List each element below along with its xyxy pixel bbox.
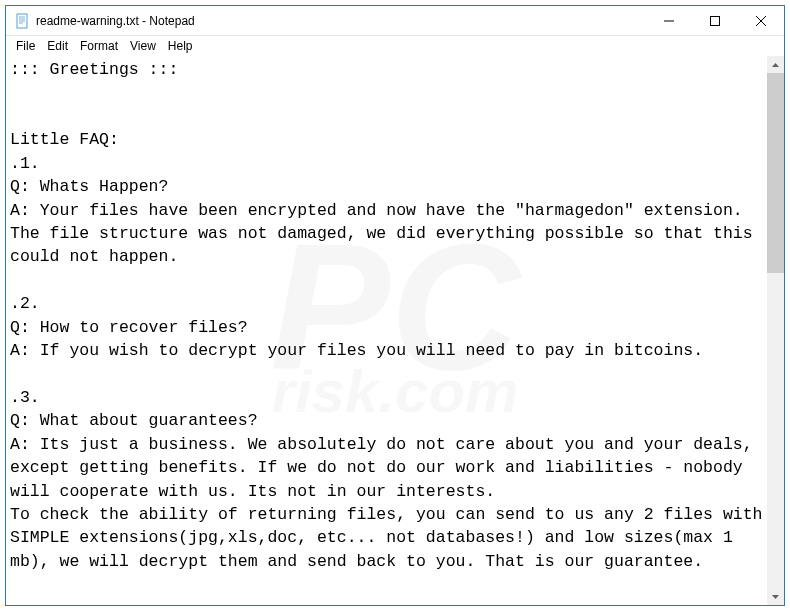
svg-rect-6 <box>711 16 720 25</box>
menu-edit[interactable]: Edit <box>41 38 74 54</box>
content-area: ::: Greetings ::: Little FAQ: .1. Q: Wha… <box>6 56 784 605</box>
menu-help[interactable]: Help <box>162 38 199 54</box>
vertical-scrollbar[interactable] <box>767 56 784 605</box>
notepad-window: readme-warning.txt - Notepad File Edit F… <box>5 5 785 606</box>
scroll-down-button[interactable] <box>767 588 784 605</box>
minimize-button[interactable] <box>646 6 692 35</box>
maximize-button[interactable] <box>692 6 738 35</box>
notepad-icon <box>14 13 30 29</box>
scroll-up-button[interactable] <box>767 56 784 73</box>
menu-view[interactable]: View <box>124 38 162 54</box>
menu-file[interactable]: File <box>10 38 41 54</box>
window-title: readme-warning.txt - Notepad <box>36 14 646 28</box>
window-controls <box>646 6 784 35</box>
text-editor[interactable]: ::: Greetings ::: Little FAQ: .1. Q: Wha… <box>6 56 767 605</box>
scroll-thumb[interactable] <box>767 73 784 273</box>
menu-format[interactable]: Format <box>74 38 124 54</box>
menubar: File Edit Format View Help <box>6 36 784 56</box>
titlebar[interactable]: readme-warning.txt - Notepad <box>6 6 784 36</box>
close-button[interactable] <box>738 6 784 35</box>
